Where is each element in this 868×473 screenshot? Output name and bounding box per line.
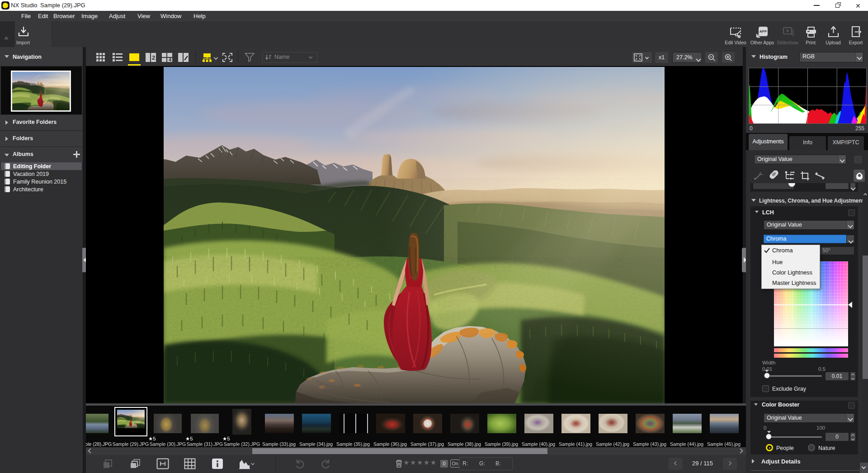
svg-text:2: 2: [152, 54, 155, 61]
svg-text:4: 4: [169, 57, 172, 62]
svg-text:APP: APP: [760, 29, 767, 33]
